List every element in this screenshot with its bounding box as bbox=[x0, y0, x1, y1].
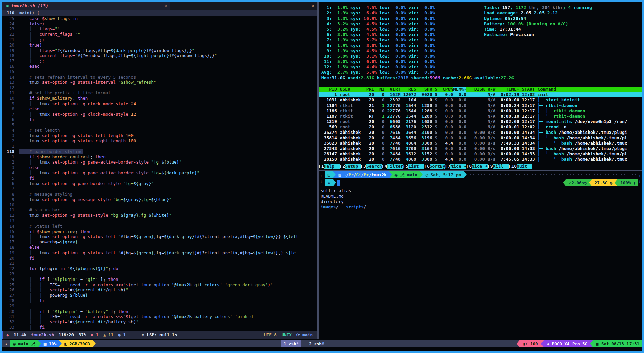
editor-tab-active[interactable]: ▣ tmux2k.sh (13) × bbox=[2, 2, 170, 10]
code-line[interactable]: 10 if $show_military; then bbox=[2, 96, 317, 101]
code-line[interactable]: 5 fi bbox=[2, 176, 317, 181]
code-line[interactable]: 5 bbox=[2, 122, 317, 128]
code-line[interactable]: 17 │ ;; bbox=[2, 58, 317, 64]
code-line[interactable]: 24 │ if [ "$lplugin" = "git" ]; then bbox=[2, 277, 317, 282]
code-line[interactable]: 2 │ tmux set-option -g pane-active-borde… bbox=[2, 159, 317, 165]
code-line[interactable]: 1 if $show_border_contrast; then bbox=[2, 154, 317, 160]
code-line[interactable]: 9 tmux set-option -g message-style "bg=$… bbox=[2, 197, 317, 202]
code-line[interactable]: 26 │ │ script="#($current_dir/git.sh)" bbox=[2, 287, 317, 293]
code-line[interactable]: 3 tmux set-option -g status-left-length … bbox=[2, 133, 317, 138]
code-line[interactable]: 19 │ flags="#{?window_flags,#[fg=${dark_… bbox=[2, 48, 317, 53]
column-header-cmd[interactable]: Command bbox=[537, 87, 556, 92]
process-row[interactable]: 1187rtkitRT12277615441288S0.00.0N/A0:00.… bbox=[319, 114, 642, 119]
code-line[interactable]: 32 │ │ script="#($current_dir/battery.sh… bbox=[2, 319, 317, 325]
code-line[interactable]: 20 fi bbox=[2, 256, 317, 261]
table-header[interactable]: PIDUSERPRINIVIRTRESSHRSCPU%MEM%▿DISK R/W… bbox=[319, 87, 642, 92]
code-line[interactable]: 33 │ fi bbox=[2, 325, 317, 330]
code-line[interactable]: 12 tmux set-option -g status-style "bg=$… bbox=[2, 213, 317, 218]
code-line[interactable]: 14 # sets refresh interval to every 5 se… bbox=[2, 75, 317, 80]
process-row[interactable]: 569root200668831202312S0.00.0N/A0:00.011… bbox=[319, 124, 642, 130]
code-line[interactable]: 25 case $show_flags in bbox=[2, 16, 317, 21]
code-line[interactable]: 28 │ fi bbox=[2, 298, 317, 303]
code-line[interactable]: 4 # set length bbox=[2, 128, 317, 133]
code-line[interactable]: 4 │ tmux set-option -g pane-active-borde… bbox=[2, 170, 317, 176]
code-line[interactable]: 2 tmux set-option -g status-right-length… bbox=[2, 138, 317, 144]
column-header-cpu[interactable]: CPU% bbox=[437, 87, 453, 92]
code-line[interactable]: 11 # set the prefix + t time format bbox=[2, 90, 317, 96]
code-line[interactable]: 9 │ tmux set-option -g clock-mode-style … bbox=[2, 101, 317, 107]
code-line[interactable]: 14 # Status left bbox=[2, 224, 317, 229]
code-line[interactable]: 1 bbox=[2, 144, 317, 149]
code-line[interactable]: 18 │ current_flags="#{?window_flags,#[fg… bbox=[2, 53, 317, 58]
code-buffer[interactable]: 110main() {25 case $show_flags in24 fals… bbox=[2, 10, 317, 330]
process-row[interactable]: 27843abhishek200761637083164S0.00.00.00 … bbox=[319, 146, 642, 151]
code-line[interactable]: 24 false) bbox=[2, 21, 317, 27]
code-line[interactable]: 8 # message styling bbox=[2, 192, 317, 197]
fn-key-f7[interactable]: F7Nice - bbox=[445, 164, 467, 169]
code-line[interactable]: 6 tmux set-option -g pane-border-style "… bbox=[2, 181, 317, 186]
process-row[interactable]: 1186rtkit2002277615441288S0.00.0N/A0:00.… bbox=[319, 108, 642, 114]
code-line[interactable]: 22 for lplugin in "${lplugins[@]}"; do bbox=[2, 266, 317, 271]
column-header-shr[interactable]: SHR bbox=[416, 87, 432, 92]
process-row[interactable]: 28150abhishek200774840683308S4.40.00.00 … bbox=[319, 157, 642, 162]
column-header-time[interactable]: TIME+ bbox=[495, 87, 519, 92]
code-line[interactable]: 30 │ if [ "$lplugin" = "battery" ]; then bbox=[2, 309, 317, 314]
window-tab-active[interactable]: 1 zsh* bbox=[281, 340, 301, 347]
window-tab[interactable]: 2 zsh#- bbox=[306, 340, 329, 347]
column-header-disk[interactable]: DISK R/W bbox=[466, 87, 495, 92]
fn-key-f6[interactable]: F6SortBy bbox=[424, 164, 445, 169]
code-line[interactable]: 18 else bbox=[2, 245, 317, 250]
tab-close-icon[interactable]: × bbox=[164, 3, 167, 8]
code-line[interactable]: 21 bbox=[2, 261, 317, 266]
fn-key-f3[interactable]: F3Search bbox=[361, 164, 382, 169]
code-line[interactable]: 15 bbox=[2, 69, 317, 75]
code-line[interactable]: 13 bbox=[2, 218, 317, 224]
column-header-start[interactable]: START bbox=[519, 87, 535, 92]
code-line[interactable]: 17 │ powerbg=${gray} bbox=[2, 239, 317, 245]
code-line[interactable]: 21 │ ;; bbox=[2, 37, 317, 42]
code-line[interactable]: 27 │ │ powerbg=${blue} bbox=[2, 293, 317, 298]
code-line[interactable]: 10 bbox=[2, 202, 317, 208]
column-header-pri[interactable]: PRI bbox=[363, 87, 374, 92]
fn-key-f8[interactable]: F8Nice + bbox=[466, 164, 488, 169]
code-line[interactable]: 11 # status bar bbox=[2, 207, 317, 213]
column-header-user[interactable]: USER bbox=[340, 87, 363, 92]
column-header-res[interactable]: RES bbox=[401, 87, 416, 92]
code-line[interactable]: 23 │ flags="" bbox=[2, 26, 317, 32]
column-header-virt[interactable]: VIRT bbox=[385, 87, 401, 92]
process-row[interactable]: 1319root200660821761688S0.00.0N/A0:02.68… bbox=[319, 119, 642, 124]
code-line[interactable]: 23 bbox=[2, 271, 317, 277]
process-row[interactable]: 1root200162M120729028S0.00.0N/A0:02.1912… bbox=[319, 92, 642, 97]
column-header-s[interactable]: S bbox=[432, 87, 437, 92]
code-line[interactable]: 16 esac bbox=[2, 64, 317, 69]
column-header-ni[interactable]: NI bbox=[374, 87, 384, 92]
terminal-pane[interactable]: ╭─◫▨ ~/Pr/Gi/Pr/tmux2k◉ ⎇ main◷ Sat, 5:1… bbox=[319, 171, 642, 339]
process-row[interactable]: 35814abhishek200748436563196S0.00.00.00 … bbox=[319, 135, 642, 141]
code-line[interactable]: 110main() { bbox=[2, 10, 317, 16]
column-header-mem[interactable]: MEM%▿ bbox=[453, 87, 466, 92]
fn-key-f5[interactable]: F5List bbox=[403, 164, 425, 169]
code-line[interactable]: 15 if $show_powerline; then bbox=[2, 229, 317, 234]
tabline-close-icon[interactable]: × bbox=[311, 3, 314, 8]
code-line[interactable]: 19 │ tmux set-option -g status-left "#[b… bbox=[2, 250, 317, 256]
code-line[interactable]: 7 │ tmux set-option -g clock-mode-style … bbox=[2, 112, 317, 117]
code-line[interactable]: 6 fi bbox=[2, 117, 317, 122]
process-row[interactable]: 35823abhishek200774840643308S4.40.00.00 … bbox=[319, 141, 642, 146]
code-line[interactable]: 16 │ tmux set-option -g status-left "#[b… bbox=[2, 234, 317, 239]
process-row[interactable]: 1031abhishek20023921040S0.00.0N/A0:00.00… bbox=[319, 97, 642, 103]
process-row[interactable]: 28147abhishek200748436123152S0.00.00.00 … bbox=[319, 151, 642, 157]
process-row[interactable]: 35374abhishek200761636443100S0.00.00.00 … bbox=[319, 130, 642, 135]
code-line[interactable]: 7 bbox=[2, 186, 317, 192]
fn-key-f10[interactable]: F10Quit bbox=[509, 164, 532, 169]
process-row[interactable]: 1184rtkit2112277615441288S0.00.0N/A0:00.… bbox=[319, 103, 642, 108]
code-line[interactable]: 13 tmux set-option -g status-interval "$… bbox=[2, 80, 317, 85]
code-line[interactable]: 8 else bbox=[2, 106, 317, 112]
code-line[interactable]: 20 true) bbox=[2, 42, 317, 48]
code-line[interactable]: 25 │ │ IFS=' ' read -r -a colors <<<"$(g… bbox=[2, 282, 317, 288]
fn-key-f4[interactable]: F4Filter bbox=[382, 164, 403, 169]
code-line[interactable]: 29 bbox=[2, 303, 317, 309]
fn-key-f1[interactable]: F1Help bbox=[319, 164, 340, 169]
fn-key-f2[interactable]: F2Setup bbox=[340, 164, 361, 169]
column-header-pid[interactable]: PID bbox=[319, 87, 337, 92]
code-line[interactable]: 12 bbox=[2, 85, 317, 90]
